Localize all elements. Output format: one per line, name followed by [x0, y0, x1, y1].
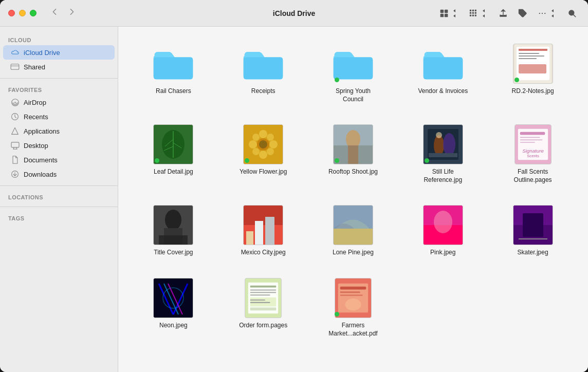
applications-icon — [10, 126, 20, 136]
svg-point-48 — [269, 140, 278, 148]
svg-rect-101 — [250, 294, 270, 295]
sidebar-item-shared[interactable]: Shared — [3, 60, 115, 74]
svg-rect-24 — [11, 142, 19, 147]
svg-rect-5 — [470, 12, 471, 13]
sidebar-label-icloud-drive: iCloud Drive — [24, 49, 60, 57]
file-item-mexico-city[interactable]: Mexico City.jpeg — [223, 200, 304, 261]
more-button[interactable] — [535, 7, 560, 20]
titlebar: iCloud Drive — [0, 0, 588, 27]
img-icon-leaf — [153, 124, 194, 165]
downloads-icon — [10, 170, 20, 179]
svg-rect-98 — [250, 286, 277, 288]
sidebar-label-downloads: Downloads — [24, 171, 57, 178]
svg-point-51 — [252, 148, 260, 155]
img-icon-rooftop — [333, 124, 374, 165]
file-item-title-cover[interactable]: Title Cover.jpg — [133, 200, 214, 261]
svg-rect-99 — [250, 289, 277, 290]
sidebar-item-recents[interactable]: Recents — [3, 109, 115, 124]
sidebar-section-locations: Locations — [0, 190, 118, 202]
img-icon-still-life — [422, 124, 464, 165]
finder-window: iCloud Drive — [0, 0, 588, 372]
clock-icon — [10, 112, 20, 121]
search-button[interactable] — [564, 7, 580, 20]
svg-point-63 — [436, 132, 442, 138]
file-name-neon: Neon.jpeg — [159, 322, 188, 330]
status-dot-spring — [335, 78, 339, 82]
svg-rect-88 — [523, 213, 543, 237]
svg-rect-69 — [520, 142, 535, 143]
folder-svg-vendor — [422, 46, 464, 82]
file-item-pink[interactable]: Pink.jpeg — [402, 200, 484, 261]
sidebar-item-icloud-drive[interactable]: iCloud Drive — [3, 45, 115, 60]
svg-rect-6 — [470, 14, 471, 16]
file-item-rail-chasers[interactable]: Rail Chasers — [133, 39, 214, 107]
close-button[interactable] — [8, 10, 15, 16]
svg-point-73 — [165, 210, 181, 230]
folder-icon-rail-chasers — [153, 43, 194, 84]
file-item-leaf-detail[interactable]: Leaf Detail.jpg — [133, 120, 214, 188]
file-item-vendor[interactable]: Vendor & Invoices — [402, 39, 484, 107]
file-item-spring-youth[interactable]: Spring Youth Council — [313, 39, 394, 107]
svg-rect-7 — [472, 9, 474, 11]
file-item-fall-scents[interactable]: SignatureScents Fall Scents Outline.page… — [492, 120, 574, 188]
sidebar-item-documents[interactable]: Documents — [3, 153, 115, 167]
svg-rect-68 — [520, 139, 542, 140]
sidebar-label-applications: Applications — [24, 127, 60, 135]
folder-svg-spring — [333, 46, 374, 82]
img-icon-mexico-city — [243, 204, 284, 246]
svg-point-50 — [267, 134, 274, 141]
svg-rect-2 — [440, 13, 444, 17]
svg-point-47 — [249, 140, 257, 148]
file-item-rd2-notes[interactable]: RD.2-Notes.jpg — [492, 39, 574, 107]
file-item-yellow-flower[interactable]: Yellow Flower.jpg — [223, 120, 304, 188]
file-item-receipts[interactable]: Receipts — [223, 39, 304, 107]
svg-rect-34 — [519, 55, 544, 57]
svg-point-49 — [252, 134, 260, 141]
file-item-rooftop[interactable]: Rooftop Shoot.jpg — [313, 120, 394, 188]
sidebar-item-applications[interactable]: Applications — [3, 124, 115, 138]
share-button[interactable] — [495, 7, 511, 20]
maximize-button[interactable] — [30, 10, 36, 16]
shared-icon — [10, 62, 20, 71]
file-item-lone-pine[interactable]: Lone Pine.jpeg — [313, 200, 394, 261]
svg-rect-108 — [340, 287, 366, 290]
file-item-skater[interactable]: Skater.jpeg — [492, 200, 574, 261]
svg-rect-79 — [265, 217, 274, 245]
file-item-neon[interactable]: Neon.jpeg — [133, 273, 214, 342]
svg-point-22 — [14, 102, 16, 103]
file-name-leaf: Leaf Detail.jpg — [154, 168, 193, 176]
img-icon-flower — [243, 124, 284, 165]
svg-rect-109 — [340, 291, 360, 293]
svg-rect-62 — [429, 153, 457, 157]
svg-point-85 — [434, 211, 452, 233]
file-name-still-life: Still Life Reference.jpg — [417, 168, 469, 184]
svg-rect-100 — [250, 292, 277, 293]
back-button[interactable] — [47, 5, 62, 21]
file-name-order-form: Order form.pages — [239, 322, 287, 330]
svg-rect-67 — [520, 137, 540, 138]
svg-rect-103 — [250, 300, 265, 301]
sidebar-item-airdrop[interactable]: AirDrop — [3, 95, 115, 109]
img-icon-neon — [153, 277, 194, 319]
svg-rect-31 — [517, 47, 549, 80]
svg-rect-3 — [445, 13, 448, 17]
svg-rect-78 — [255, 221, 263, 245]
minimize-button[interactable] — [19, 10, 26, 16]
file-item-order-form[interactable]: Order form.pages — [223, 273, 304, 342]
file-name-rd2: RD.2-Notes.jpg — [512, 87, 554, 96]
forward-button[interactable] — [64, 5, 80, 21]
column-view-button[interactable] — [466, 7, 491, 20]
documents-icon — [10, 155, 20, 164]
file-item-still-life[interactable]: Still Life Reference.jpg — [402, 120, 484, 188]
toolbar-right — [436, 7, 580, 20]
sidebar-item-downloads[interactable]: Downloads — [3, 167, 115, 181]
tag-button[interactable] — [515, 7, 530, 20]
svg-rect-33 — [519, 53, 539, 54]
folder-svg-receipts — [243, 46, 284, 82]
svg-point-15 — [542, 12, 543, 13]
file-item-farmers-market[interactable]: Farmers Market...acket.pdf — [313, 273, 394, 342]
sidebar-section-favorites: Favorites — [0, 83, 118, 95]
grid-view-button[interactable] — [436, 7, 462, 20]
svg-rect-11 — [475, 12, 476, 13]
sidebar-item-desktop[interactable]: Desktop — [3, 138, 115, 153]
